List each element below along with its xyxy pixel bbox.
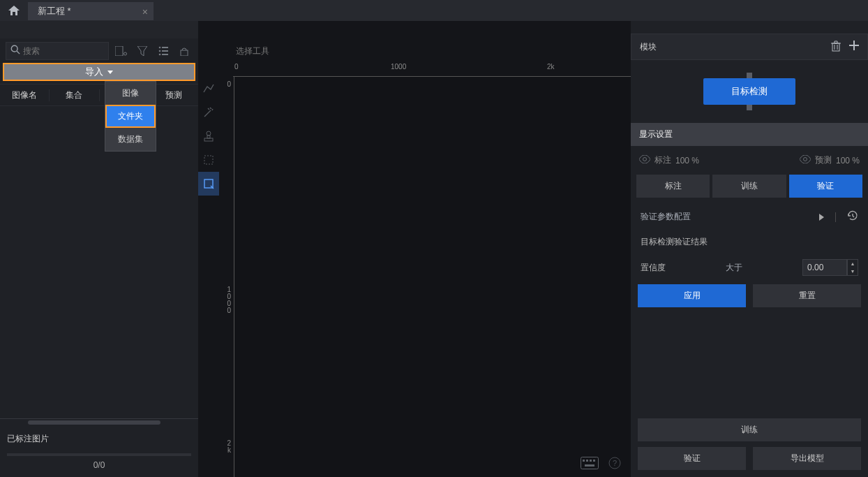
eye-icon[interactable] xyxy=(639,155,650,166)
search-box[interactable] xyxy=(6,42,109,60)
col-image-name[interactable]: 图像名 xyxy=(0,89,50,101)
labeled-images-title: 已标注图片 xyxy=(0,426,198,449)
svg-point-3 xyxy=(124,52,127,55)
bottom-train-button[interactable]: 训练 xyxy=(638,418,861,441)
spin-down[interactable]: ▼ xyxy=(848,267,858,275)
search-icon xyxy=(10,45,20,57)
svg-rect-10 xyxy=(181,50,188,56)
svg-point-22 xyxy=(609,457,620,469)
col-set[interactable]: 集合 xyxy=(50,89,99,101)
tab-validate[interactable]: 验证 xyxy=(789,175,862,198)
labeled-progress-text: 0/0 xyxy=(7,460,191,470)
play-icon[interactable] xyxy=(819,214,824,221)
svg-rect-15 xyxy=(204,179,213,188)
confidence-input[interactable] xyxy=(802,259,847,276)
svg-rect-17 xyxy=(583,460,585,462)
filter-icon[interactable] xyxy=(134,43,151,59)
svg-point-26 xyxy=(803,158,807,161)
svg-rect-20 xyxy=(593,460,595,462)
import-label: 导入 xyxy=(85,66,103,78)
trash-icon[interactable] xyxy=(831,41,841,54)
bottom-validate-button[interactable]: 验证 xyxy=(638,447,746,470)
import-dropdown: 图像 文件夹 数据集 xyxy=(105,81,156,152)
image-grid-icon[interactable] xyxy=(113,43,130,59)
col-pred[interactable]: 预测 xyxy=(149,89,198,101)
plus-icon[interactable] xyxy=(849,41,859,54)
svg-point-25 xyxy=(643,158,647,161)
svg-rect-2 xyxy=(115,46,123,56)
reset-button[interactable]: 重置 xyxy=(753,284,861,307)
display-settings-title: 显示设置 xyxy=(631,123,868,146)
ruler-vertical: 0 1 0 0 0 2 k xyxy=(219,77,234,477)
tool-select-rect[interactable] xyxy=(198,148,219,172)
tool-label-rect[interactable] xyxy=(198,172,219,196)
svg-point-0 xyxy=(11,45,17,52)
image-list xyxy=(0,106,198,418)
history-icon[interactable] xyxy=(847,210,858,223)
svg-rect-24 xyxy=(832,43,839,51)
node-connector-bottom xyxy=(747,105,752,110)
home-icon xyxy=(8,6,20,15)
svg-rect-7 xyxy=(162,50,168,52)
svg-rect-21 xyxy=(585,464,594,467)
node-target-detection[interactable]: 目标检测 xyxy=(703,78,795,105)
node-connector-top xyxy=(747,73,752,78)
import-menu-dataset[interactable]: 数据集 xyxy=(105,128,156,151)
lock-icon[interactable] xyxy=(176,43,193,59)
svg-rect-5 xyxy=(162,47,168,48)
svg-rect-16 xyxy=(581,457,599,469)
chevron-down-icon xyxy=(107,71,113,74)
search-input[interactable] xyxy=(23,46,104,56)
home-button[interactable] xyxy=(0,0,28,21)
tool-wand[interactable] xyxy=(198,101,219,124)
module-title: 模块 xyxy=(640,41,657,53)
help-icon[interactable]: ? xyxy=(608,457,621,471)
visibility-annot-percent: 100 % xyxy=(675,156,699,166)
svg-point-8 xyxy=(159,53,161,55)
project-tab-title: 新工程 * xyxy=(38,5,71,17)
tool-polyline[interactable] xyxy=(198,77,219,101)
canvas[interactable] xyxy=(234,77,631,477)
tool-stamp[interactable] xyxy=(198,124,219,148)
svg-rect-18 xyxy=(586,460,588,462)
keyboard-icon[interactable] xyxy=(581,457,599,471)
verify-params-label: 验证参数配置 xyxy=(641,211,691,223)
svg-point-4 xyxy=(159,46,161,48)
labeled-progress-bar xyxy=(7,453,191,456)
svg-rect-9 xyxy=(162,54,168,55)
greater-than-label: 大于 xyxy=(726,262,742,274)
eye-icon[interactable] xyxy=(800,155,811,166)
import-button[interactable]: 导入 xyxy=(3,63,195,81)
canvas-tool-label: 选择工具 xyxy=(236,42,269,60)
bottom-export-button[interactable]: 导出模型 xyxy=(753,447,861,470)
visibility-pred-label: 预测 xyxy=(815,154,832,166)
svg-text:?: ? xyxy=(613,459,617,467)
tab-train[interactable]: 训练 xyxy=(712,175,786,198)
horizontal-scrollbar[interactable] xyxy=(0,419,198,426)
close-icon[interactable]: × xyxy=(142,6,148,17)
import-menu-folder[interactable]: 文件夹 xyxy=(105,105,156,128)
svg-point-6 xyxy=(159,50,161,52)
import-menu-image[interactable]: 图像 xyxy=(105,82,156,105)
tab-annotate[interactable]: 标注 xyxy=(636,175,710,198)
ruler-horizontal: 0 1000 2k xyxy=(233,63,631,77)
svg-rect-13 xyxy=(207,135,210,138)
apply-button[interactable]: 应用 xyxy=(638,284,746,307)
svg-rect-19 xyxy=(590,460,592,462)
svg-rect-12 xyxy=(204,138,213,141)
visibility-annot-label: 标注 xyxy=(654,154,671,166)
list-icon[interactable] xyxy=(155,43,172,59)
svg-rect-14 xyxy=(204,156,213,164)
project-tab[interactable]: 新工程 * × xyxy=(28,2,154,20)
svg-point-11 xyxy=(207,131,211,135)
spin-up[interactable]: ▲ xyxy=(848,260,858,267)
result-title: 目标检测验证结果 xyxy=(641,236,708,248)
svg-line-1 xyxy=(17,51,20,54)
visibility-pred-percent: 100 % xyxy=(836,156,860,166)
confidence-label: 置信度 xyxy=(641,262,666,274)
